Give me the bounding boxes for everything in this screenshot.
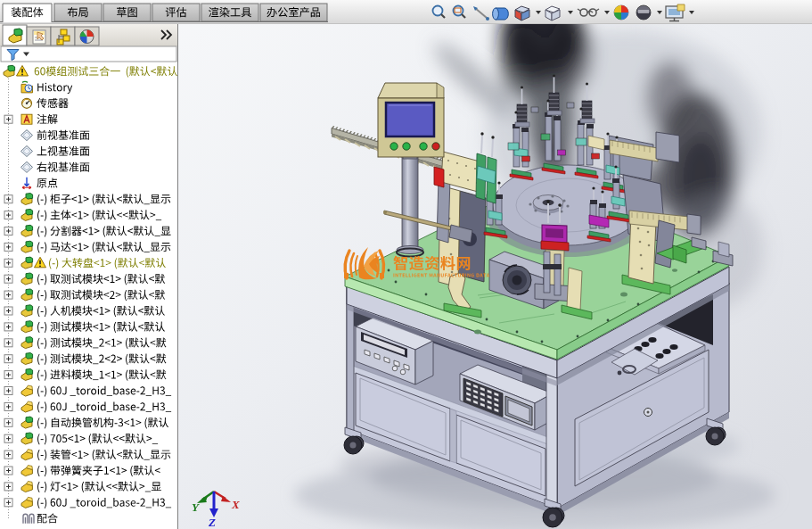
- svg-text:Z: Z: [208, 516, 216, 529]
- svg-text:X: X: [231, 498, 240, 511]
- svg-text:Y: Y: [192, 500, 200, 514]
